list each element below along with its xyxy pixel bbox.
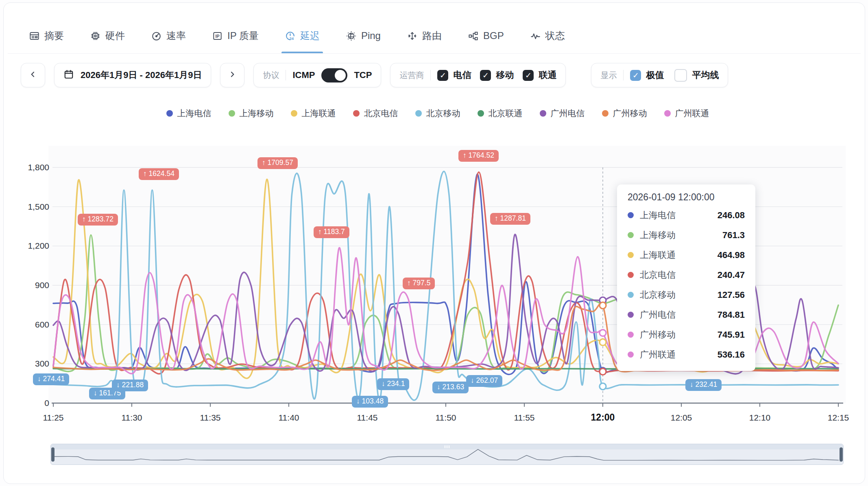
svg-text:11:50: 11:50 <box>436 413 456 422</box>
svg-text:11:30: 11:30 <box>122 413 142 422</box>
tooltip-row: 上海电信246.08 <box>628 205 745 225</box>
scrubber-grip-handle[interactable] <box>445 445 449 448</box>
series-value: 745.91 <box>718 330 745 340</box>
svg-text:600: 600 <box>35 320 49 329</box>
series-dot-icon <box>628 252 634 258</box>
series-value: 246.08 <box>718 210 745 221</box>
tooltip-timestamp: 2026-01-09 12:00:00 <box>628 192 745 203</box>
series-value: 240.47 <box>718 270 745 280</box>
scrubber-right-handle[interactable] <box>840 447 843 462</box>
series-value: 127.56 <box>718 290 745 300</box>
tooltip-row: 广州联通536.16 <box>628 345 745 364</box>
series-name: 北京移动 <box>640 289 676 301</box>
svg-text:0: 0 <box>44 398 49 408</box>
tooltip-row: 北京电信240.47 <box>628 265 745 285</box>
series-dot-icon <box>628 272 634 278</box>
svg-text:12:15: 12:15 <box>828 413 849 422</box>
tooltip-row: 北京移动127.56 <box>628 285 745 305</box>
series-dot-icon <box>628 232 634 238</box>
series-value: 464.98 <box>718 250 745 260</box>
series-dot-icon <box>628 351 634 358</box>
series-value: 536.16 <box>718 349 745 360</box>
svg-text:300: 300 <box>35 359 49 368</box>
svg-text:1,500: 1,500 <box>28 202 49 211</box>
series-dot-icon <box>628 212 634 218</box>
series-name: 广州电信 <box>640 309 676 321</box>
series-name: 上海电信 <box>640 209 676 221</box>
svg-text:11:25: 11:25 <box>43 413 64 422</box>
series-name: 上海联通 <box>640 249 676 261</box>
tooltip-row: 上海联通464.98 <box>628 245 745 265</box>
scrubber-left-handle[interactable] <box>51 447 55 462</box>
series-name: 上海移动 <box>640 229 676 241</box>
svg-text:1,800: 1,800 <box>28 163 49 172</box>
svg-text:900: 900 <box>35 280 49 290</box>
series-dot-icon <box>628 312 634 318</box>
series-name: 广州移动 <box>640 329 676 341</box>
series-value: 761.3 <box>722 230 745 241</box>
series-dot-icon <box>628 292 634 298</box>
tooltip-row: 上海移动761.3 <box>628 225 745 245</box>
svg-text:12:05: 12:05 <box>671 413 692 422</box>
timeline-scrubber[interactable] <box>50 444 844 465</box>
series-value: 784.81 <box>718 310 745 320</box>
app-window: 摘要硬件速率IPIP 质量24延迟Ping路由BGP状态 2026年1月9日 -… <box>0 0 868 486</box>
tooltip-row: 广州移动745.91 <box>628 325 745 345</box>
svg-text:11:55: 11:55 <box>514 413 535 422</box>
svg-text:12:00: 12:00 <box>591 412 615 423</box>
svg-text:11:35: 11:35 <box>200 413 221 422</box>
svg-text:1,200: 1,200 <box>28 241 49 250</box>
series-name: 北京电信 <box>640 269 676 281</box>
hover-tooltip: 2026-01-09 12:00:00 上海电信246.08上海移动761.3上… <box>617 184 755 371</box>
dashboard-card: 摘要硬件速率IPIP 质量24延迟Ping路由BGP状态 2026年1月9日 -… <box>3 2 865 484</box>
series-name: 广州联通 <box>640 349 676 361</box>
svg-text:11:45: 11:45 <box>357 413 378 422</box>
tooltip-row: 广州电信784.81 <box>628 305 745 325</box>
series-dot-icon <box>628 332 634 338</box>
svg-text:12:10: 12:10 <box>749 413 771 422</box>
svg-text:11:40: 11:40 <box>279 413 299 422</box>
